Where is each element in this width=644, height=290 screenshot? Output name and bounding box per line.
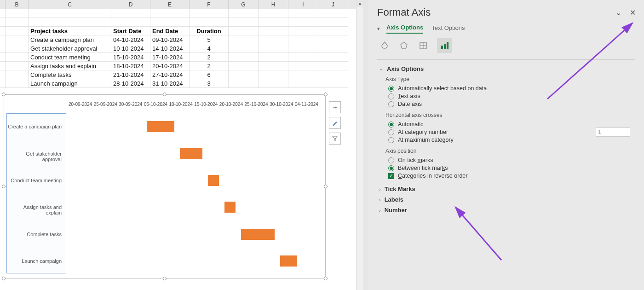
gantt-bar[interactable] — [224, 202, 236, 213]
table-row[interactable]: Assign tasks and explain 18-10-2024 20-1… — [0, 62, 363, 70]
scroll-up-arrow[interactable]: ▲ — [356, 0, 363, 7]
vertical-scrollbar[interactable]: ▲ — [356, 0, 363, 290]
cell-start[interactable]: 10-10-2024 — [111, 44, 150, 53]
radio-on-tick[interactable]: On tick marks — [388, 157, 635, 163]
col-header-C[interactable]: C — [29, 0, 111, 9]
cell-duration[interactable]: 4 — [190, 44, 229, 53]
size-properties-icon[interactable] — [418, 40, 429, 51]
radio-at-max-category[interactable]: At maximum category — [388, 137, 635, 143]
cell-duration[interactable]: 2 — [190, 62, 229, 70]
table-row[interactable]: Get stakeholder approval 10-10-2024 14-1… — [0, 44, 363, 53]
corner-cell[interactable] — [0, 0, 6, 9]
resize-handle[interactable] — [324, 277, 328, 280]
cell-start[interactable]: 28-10-2024 — [111, 79, 150, 88]
cell-end[interactable]: 20-10-2024 — [150, 62, 190, 70]
table-row[interactable]: Complete tasks 21-10-2024 27-10-2024 6 — [0, 70, 363, 79]
effects-icon[interactable] — [398, 40, 409, 51]
cell-task[interactable]: Create a campaign plan — [29, 35, 111, 44]
table-header-row[interactable]: Project tasks Start Date End Date Durati… — [0, 27, 363, 35]
chart-elements-button[interactable]: ＋ — [329, 101, 341, 113]
x-axis-labels[interactable]: 20-09-202425-09-202430-09-202405-10-2024… — [69, 102, 318, 107]
axis-options-icon[interactable] — [437, 38, 452, 53]
pane-close-button[interactable]: ✕ — [630, 8, 636, 17]
col-header-E[interactable]: E — [150, 0, 190, 9]
fill-line-icon[interactable] — [379, 40, 390, 51]
cell-task[interactable]: Conduct team meeting — [29, 53, 111, 62]
section-axis-options[interactable]: ⌄ Axis Options — [377, 65, 635, 72]
cell-start[interactable]: 21-10-2024 — [111, 70, 150, 79]
y-category-label[interactable]: Create a campaign plan — [7, 124, 64, 129]
cell-start[interactable]: 18-10-2024 — [111, 62, 150, 70]
chart-filters-button[interactable] — [329, 133, 341, 145]
section-number[interactable]: › Number — [377, 207, 635, 214]
header-duration[interactable]: Duration — [190, 27, 229, 35]
gantt-bar[interactable] — [147, 121, 175, 132]
chart-element-buttons: ＋ — [329, 101, 342, 148]
radio-between-tick[interactable]: Between tick marks — [388, 165, 635, 171]
cell-duration[interactable]: 3 — [190, 79, 229, 88]
y-category-label[interactable]: Complete tasks — [7, 232, 64, 237]
cell-end[interactable]: 31-10-2024 — [150, 79, 190, 88]
col-header-B[interactable]: B — [6, 0, 29, 9]
resize-handle[interactable] — [2, 185, 6, 188]
header-end[interactable]: End Date — [150, 27, 190, 35]
cell-task[interactable]: Launch campaign — [29, 79, 111, 88]
checkbox-reverse-order[interactable]: Categories in reverse order — [388, 173, 635, 179]
tab-text-options[interactable]: Text Options — [431, 24, 465, 33]
y-category-label[interactable]: Get stakeholder approval — [7, 151, 64, 162]
radio-at-category-number[interactable]: At category number — [388, 129, 635, 135]
col-header-D[interactable]: D — [111, 0, 150, 9]
col-header-I[interactable]: I — [288, 0, 318, 9]
tab-axis-options[interactable]: Axis Options — [386, 24, 423, 34]
tab-dropdown-icon[interactable]: ▾ — [377, 26, 380, 32]
cell-task[interactable]: Get stakeholder approval — [29, 44, 111, 53]
cell-start[interactable]: 15-10-2024 — [111, 53, 150, 62]
resize-handle[interactable] — [2, 93, 6, 96]
table-row[interactable]: Create a campaign plan 04-10-2024 09-10-… — [0, 35, 363, 44]
resize-handle[interactable] — [163, 277, 167, 280]
radio-text-axis[interactable]: Text axis — [388, 93, 635, 99]
cell-task[interactable]: Assign tasks and explain — [29, 62, 111, 70]
y-category-label[interactable]: Launch campaign — [7, 258, 64, 264]
category-number-input[interactable] — [596, 128, 630, 137]
table-row[interactable]: Launch campaign 28-10-2024 31-10-2024 3 — [0, 79, 363, 88]
svg-rect-5 — [444, 44, 446, 49]
col-header-G[interactable]: G — [229, 0, 259, 9]
resize-handle[interactable] — [324, 185, 328, 188]
cell-end[interactable]: 27-10-2024 — [150, 70, 190, 79]
cell-end[interactable]: 17-10-2024 — [150, 53, 190, 62]
col-header-H[interactable]: H — [259, 0, 288, 9]
y-category-label[interactable]: Conduct team meeting — [7, 178, 64, 183]
section-tick-marks[interactable]: › Tick Marks — [377, 186, 635, 192]
gantt-chart[interactable]: 20-09-202425-09-202430-09-202405-10-2024… — [4, 94, 326, 278]
col-header-F[interactable]: F — [190, 0, 229, 9]
cell-end[interactable]: 14-10-2024 — [150, 44, 190, 53]
radio-date-axis[interactable]: Date axis — [388, 101, 635, 107]
y-category-label[interactable]: Assign tasks and explain — [7, 204, 64, 215]
header-tasks[interactable]: Project tasks — [29, 27, 111, 35]
cell-duration[interactable]: 2 — [190, 53, 229, 62]
pane-collapse-button[interactable]: ⌄ — [615, 8, 621, 17]
x-tick-label: 30-10-2024 — [270, 102, 293, 107]
y-axis-categories-selected[interactable]: Create a campaign planGet stakeholder ap… — [6, 113, 66, 273]
header-start[interactable]: Start Date — [111, 27, 150, 35]
col-header-J[interactable]: J — [318, 0, 348, 9]
radio-label: Text axis — [398, 93, 420, 99]
gantt-bar[interactable] — [208, 175, 219, 186]
resize-handle[interactable] — [2, 277, 6, 280]
radio-auto-select[interactable]: Automatically select based on data — [388, 85, 635, 92]
table-row[interactable]: Conduct team meeting 15-10-2024 17-10-20… — [0, 53, 363, 62]
radio-automatic[interactable]: Automatic — [388, 121, 635, 128]
cell-duration[interactable]: 6 — [190, 70, 229, 79]
cell-start[interactable]: 04-10-2024 — [111, 35, 150, 44]
resize-handle[interactable] — [324, 93, 328, 96]
cell-task[interactable]: Complete tasks — [29, 70, 111, 79]
cell-end[interactable]: 09-10-2024 — [150, 35, 190, 44]
resize-handle[interactable] — [163, 93, 167, 96]
section-labels[interactable]: › Labels — [377, 196, 635, 203]
cell-duration[interactable]: 5 — [190, 35, 229, 44]
chart-styles-button[interactable] — [329, 117, 341, 129]
gantt-bar[interactable] — [280, 255, 297, 267]
gantt-bar[interactable] — [241, 229, 275, 240]
gantt-bar[interactable] — [180, 148, 202, 159]
